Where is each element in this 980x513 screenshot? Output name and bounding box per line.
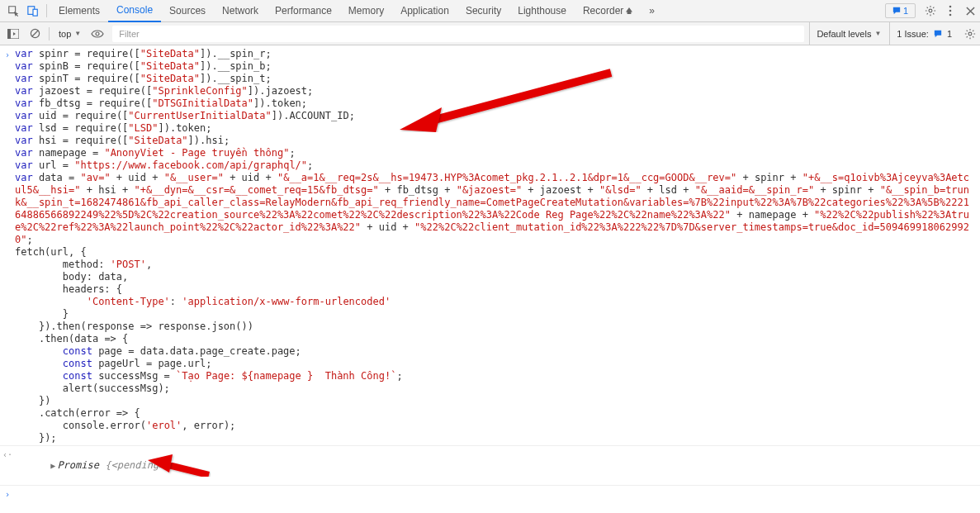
svg-point-5 [949, 14, 952, 17]
prompt-chevron-icon: › [0, 487, 15, 501]
messages-badge[interactable]: 1 [885, 3, 916, 18]
sidebar-toggle-icon[interactable] [3, 24, 23, 44]
tab-performance[interactable]: Performance [267, 0, 340, 22]
svg-point-9 [96, 32, 99, 36]
tab-application[interactable]: Application [392, 0, 457, 22]
svg-point-2 [929, 9, 932, 12]
svg-rect-7 [7, 29, 11, 39]
more-tabs[interactable]: » [641, 0, 663, 22]
tab-elements[interactable]: Elements [50, 0, 108, 22]
tab-recorder[interactable]: Recorder [575, 0, 641, 22]
output-chevron-icon: ‹· [0, 447, 15, 461]
separator [46, 4, 47, 17]
clear-console-icon[interactable] [25, 24, 45, 44]
issues-button[interactable]: 1 Issue: 1 [889, 22, 959, 45]
tab-security[interactable]: Security [457, 0, 509, 22]
svg-point-10 [968, 32, 972, 36]
eye-icon[interactable] [88, 24, 107, 44]
expand-triangle-icon[interactable]: ▶ [50, 461, 55, 470]
input-chevron-icon: › [0, 48, 15, 61]
gear-icon[interactable] [921, 1, 940, 21]
tab-memory[interactable]: Memory [340, 0, 392, 22]
console-prompt-row[interactable]: › [0, 485, 980, 502]
svg-rect-1 [33, 9, 37, 16]
console-filter-bar: top ▼ Default levels ▼ 1 Issue: 1 [0, 22, 980, 45]
tab-lighthouse[interactable]: Lighthouse [509, 0, 575, 22]
console-result-row: ‹· ▶Promise {<pending>} [0, 445, 980, 485]
console-result[interactable]: ▶Promise {<pending>} [15, 447, 980, 484]
tab-sources[interactable]: Sources [161, 0, 214, 22]
svg-point-3 [949, 6, 952, 8]
log-levels-select[interactable]: Default levels ▼ [809, 22, 888, 45]
console-input-row: › var spinr = require(["SiteData"]).__sp… [0, 47, 980, 445]
device-toggle-icon[interactable] [23, 1, 43, 21]
tab-console[interactable]: Console [108, 0, 161, 22]
devtools-tab-bar: Elements Console Sources Network Perform… [0, 0, 980, 22]
context-select[interactable]: top ▼ [54, 26, 86, 42]
kebab-icon[interactable] [940, 1, 960, 21]
close-icon[interactable] [960, 1, 980, 21]
separator [49, 27, 50, 40]
filter-input[interactable] [112, 26, 804, 42]
inspect-icon[interactable] [3, 1, 23, 21]
svg-point-4 [949, 10, 952, 12]
console-gear-icon[interactable] [960, 24, 980, 44]
console-output: › var spinr = require(["SiteData"]).__sp… [0, 45, 980, 502]
chevron-down-icon: ▼ [74, 30, 81, 37]
console-code[interactable]: var spinr = require(["SiteData"]).__spin… [15, 48, 980, 444]
chevron-down-icon: ▼ [874, 30, 881, 37]
tab-network[interactable]: Network [214, 0, 267, 22]
messages-count: 1 [903, 6, 908, 16]
